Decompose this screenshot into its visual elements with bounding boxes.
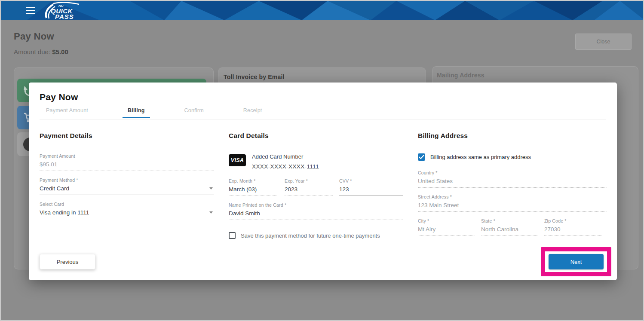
same-as-primary-label: Billing address same as primary address [430, 154, 531, 160]
next-button[interactable]: Next [549, 254, 604, 269]
previous-button[interactable]: Previous [40, 254, 95, 269]
name-on-card-field: Name Printed on the Card * David Smith [229, 202, 403, 220]
country-field: Country * United States [418, 170, 607, 188]
state-value: North Carolina [481, 226, 538, 236]
chevron-down-icon [209, 211, 213, 214]
checkmark-icon [419, 155, 424, 159]
page-title: Pay Now [14, 31, 54, 42]
payment-method-value: Credit Card [40, 185, 69, 192]
payment-details-section: Payment Details Payment Amount $95.01 Pa… [40, 132, 214, 242]
payment-amount-value: $95.01 [40, 161, 214, 171]
chevron-down-icon [209, 187, 213, 190]
country-value: United States [418, 178, 607, 188]
added-card-row: VISA Added Card Number XXXX-XXXX-XXXX-11… [229, 153, 403, 170]
tab-receipt[interactable]: Receipt [238, 107, 267, 118]
city-field: City * Mt Airy [418, 218, 475, 236]
zip-code-field: Zip Code * 27030 [544, 218, 601, 236]
save-payment-method-checkbox[interactable] [229, 232, 236, 239]
tab-payment-amount[interactable]: Payment Amount [41, 107, 93, 118]
top-nav-bar: NC QUICK PASS [1, 1, 643, 20]
street-address-field: Street Address * 123 Main Street [418, 194, 607, 212]
select-card-select[interactable]: Select Card Visa ending in 1111 [40, 202, 214, 219]
exp-month-field: Exp. Month * March (03) [229, 178, 278, 196]
amount-due-label: Amount due: [14, 48, 50, 55]
save-payment-method-label: Save this payment method for future one-… [241, 232, 380, 239]
cvv-value: 123 [339, 186, 403, 196]
card-details-heading: Card Details [229, 132, 403, 140]
nc-quickpass-logo[interactable]: NC QUICK PASS [40, 2, 83, 20]
zip-code-value: 27030 [544, 226, 601, 236]
name-on-card-value: David Smith [229, 210, 403, 220]
tabs-divider [40, 119, 606, 119]
payment-method-select[interactable]: Payment Method * Credit Card [40, 177, 214, 195]
state-field: State * North Carolina [481, 218, 538, 236]
modal-tabs: Payment Amount Billing Confirm Receipt [41, 107, 267, 118]
added-card-label: Added Card Number [252, 153, 319, 160]
select-card-value: Visa ending in 1111 [40, 209, 89, 216]
exp-year-field: Exp. Year * 2023 [285, 178, 333, 196]
amount-due: Amount due: $5.00 [14, 48, 68, 55]
modal-title: Pay Now [40, 92, 78, 102]
billing-address-section: Billing Address Billing address same as … [418, 132, 607, 242]
street-address-value: 123 Main Street [418, 202, 607, 212]
save-payment-method-row: Save this payment method for future one-… [229, 232, 403, 239]
same-as-primary-checkbox[interactable] [418, 153, 425, 161]
billing-address-heading: Billing Address [418, 132, 607, 140]
card-details-section: Card Details VISA Added Card Number XXXX… [229, 132, 403, 242]
tab-billing[interactable]: Billing [123, 107, 150, 118]
header-polygon-pattern [1, 1, 643, 20]
hamburger-menu-icon[interactable] [26, 7, 35, 14]
added-card-number: XXXX-XXXX-XXXX-1111 [252, 163, 319, 170]
pay-now-modal: Pay Now Payment Amount Billing Confirm R… [29, 83, 617, 280]
visa-card-icon: VISA [229, 154, 246, 166]
payment-amount-field: Payment Amount $95.01 [40, 153, 214, 171]
mailing-address-title: Mailing Address [437, 72, 638, 79]
svg-text:PASS: PASS [55, 13, 74, 20]
toll-invoice-title: Toll Invoice by Email [224, 73, 426, 80]
payment-details-heading: Payment Details [40, 132, 214, 140]
amount-due-value: $5.00 [52, 48, 68, 55]
app-window: NC QUICK PASS Pay Now Amount due: $5.00 … [0, 0, 644, 321]
next-button-highlight: Next [541, 247, 611, 276]
close-button[interactable]: Close [575, 34, 632, 50]
city-value: Mt Airy [418, 226, 475, 236]
same-as-primary-row: Billing address same as primary address [418, 153, 607, 161]
exp-month-value: March (03) [229, 186, 278, 196]
tab-confirm[interactable]: Confirm [179, 107, 209, 118]
cvv-input[interactable]: CVV * 123 [339, 178, 403, 196]
exp-year-value: 2023 [285, 186, 333, 196]
